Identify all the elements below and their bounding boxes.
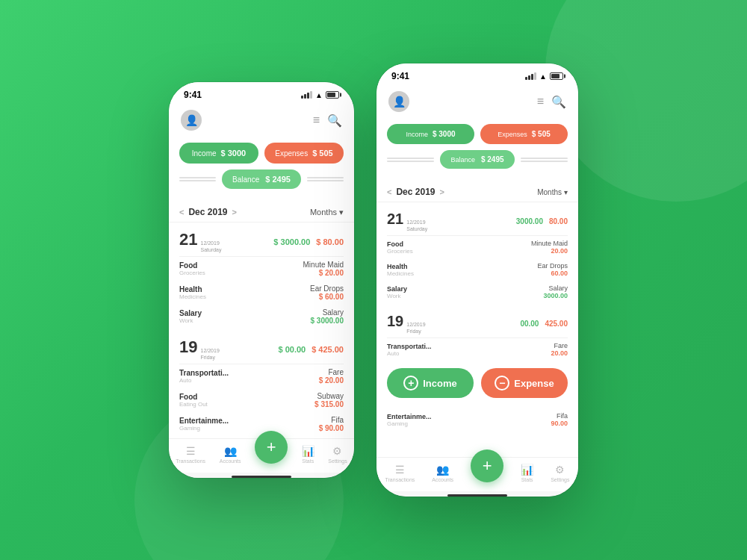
tx-row-food-left[interactable]: Food Groceries Minute Maid $ 20.00 <box>179 257 344 281</box>
tx-sub-health: Medicines <box>179 293 206 300</box>
day-income-21-left: $ 3000.00 <box>273 237 310 246</box>
nav-settings-left[interactable]: ⚙ Settings <box>328 445 347 464</box>
tx-name-entertainment-right: Fifa <box>557 412 568 420</box>
expense-label-right: Expenses <box>498 131 527 138</box>
tx-name-salary: Salary <box>323 308 344 317</box>
add-button-right[interactable]: + <box>471 449 503 482</box>
income-card-right[interactable]: Income $ 3000 <box>387 124 474 144</box>
day-number-block-19-right: 19 12/2019 Friday <box>387 314 426 335</box>
settings-icon-left: ⚙ <box>332 445 342 457</box>
wifi-icon-left: ▲ <box>315 91 323 99</box>
nav-settings-right[interactable]: ⚙ Settings <box>551 464 569 482</box>
avatar-left[interactable]: 👤 <box>181 110 202 131</box>
day-group-21-left: 21 12/2019 Saturday $ 3000.00 $ 80.00 <box>169 223 354 330</box>
tx-name-transport-right: Fare <box>554 342 568 349</box>
tx-row-food-right[interactable]: Food Groceries Minute Maid 20.00 <box>387 236 568 258</box>
nav-stats-left[interactable]: 📊 Stats <box>302 445 314 464</box>
income-card-left[interactable]: Income $ 3000 <box>179 143 258 164</box>
day-meta-21-right: 12/2019 Saturday <box>406 219 427 232</box>
search-icon-left[interactable]: 🔍 <box>327 113 342 128</box>
expense-card-right[interactable]: Expenses $ 505 <box>480 124 568 144</box>
income-amount-right: $ 3000 <box>433 130 456 138</box>
expense-card-left[interactable]: Expenses $ 505 <box>264 143 344 164</box>
tx-sub-food2: Eating Out <box>179 401 208 408</box>
balance-line-4 <box>307 180 344 181</box>
tx-amount-health-right: 60.00 <box>551 270 568 277</box>
left-phone: 9:41 ▲ 👤 ≡ 🔍 <box>169 82 354 478</box>
tx-row-transport-right[interactable]: Transportati... Auto Fare 20.00 <box>387 338 568 361</box>
bottom-nav-left: ☰ Transactions 👥 Accounts + 📊 Stats ⚙ Se… <box>169 438 354 473</box>
summary-area-right: Income $ 3000 Expenses $ 505 Balance <box>376 118 578 179</box>
transactions-icon-right: ☰ <box>395 464 405 476</box>
nav-transactions-label-right: Transactions <box>385 477 415 482</box>
balance-card-right[interactable]: Balance $ 2495 <box>440 150 514 169</box>
stats-icon-right: 📊 <box>521 464 533 476</box>
next-arrow-left[interactable]: > <box>232 208 236 217</box>
day-income-19-right: 00.00 <box>520 320 539 328</box>
months-btn-right[interactable]: Months ▾ <box>537 188 568 196</box>
accounts-icon-right: 👥 <box>436 464 449 476</box>
add-button-left[interactable]: + <box>255 431 288 464</box>
current-date-left: Dec 2019 <box>188 207 227 217</box>
nav-accounts-right[interactable]: 👥 Accounts <box>432 464 453 482</box>
balance-line-3 <box>307 177 344 178</box>
nav-transactions-left[interactable]: ☰ Transactions <box>176 445 205 464</box>
tx-row-food2-left[interactable]: Food Eating Out Subway $ 315.00 <box>179 388 344 412</box>
tx-row-health-left[interactable]: Health Medicines Ear Drops $ 60.00 <box>179 281 344 305</box>
tx-name-salary-right: Salary <box>548 284 568 292</box>
tx-right-health: Ear Drops $ 60.00 <box>310 284 344 301</box>
status-icons-right: ▲ <box>525 72 563 81</box>
tx-right-entertainment: Fifa $ 90.00 <box>319 416 344 432</box>
tx-row-salary-left[interactable]: Salary Work Salary $ 3000.00 <box>179 305 344 329</box>
expense-action-btn[interactable]: − Expense <box>481 368 568 398</box>
top-bar-right: 👤 ≡ 🔍 <box>376 85 578 118</box>
home-indicator-right <box>447 494 507 497</box>
nav-transactions-right[interactable]: ☰ Transactions <box>385 464 415 482</box>
signal-icon-right <box>525 72 536 80</box>
prev-arrow-left[interactable]: < <box>179 208 184 217</box>
balance-row-left: Balance $ 2495 <box>179 169 344 189</box>
avatar-right[interactable]: 👤 <box>388 91 409 112</box>
nav-stats-right[interactable]: 📊 Stats <box>521 464 533 482</box>
transaction-list-right: 21 12/2019 Saturday 3000.00 80.00 <box>376 202 578 457</box>
day-number-19-left: 19 <box>179 339 197 355</box>
tx-name-health-right: Ear Drops <box>537 262 568 270</box>
tx-category-salary: Salary <box>179 309 202 317</box>
day-number-19-right: 19 <box>387 314 403 329</box>
tx-cat-entertainment-right: Entertainme... <box>387 413 432 420</box>
tx-row-health-right[interactable]: Health Medicines Ear Drops 60.00 <box>387 258 568 281</box>
tx-category-transport: Transportati... <box>179 369 229 377</box>
search-icon-right[interactable]: 🔍 <box>551 95 566 109</box>
stats-icon-left: 📊 <box>302 445 314 457</box>
balance-line-2 <box>179 180 216 181</box>
tx-row-salary-right[interactable]: Salary Work Salary 3000.00 <box>387 281 568 303</box>
tx-sub-transport-right: Auto <box>387 350 432 357</box>
next-arrow-right[interactable]: > <box>439 187 444 196</box>
filter-icon-right[interactable]: ≡ <box>537 95 544 108</box>
months-label-left: Months <box>310 208 337 217</box>
day-group-19-right: 19 12/2019 Friday 00.00 425.00 <box>376 305 578 362</box>
current-date-right: Dec 2019 <box>396 187 435 197</box>
right-phone-inner: 9:41 ▲ 👤 ≡ 🔍 <box>376 63 578 497</box>
tx-row-transport-left[interactable]: Transportati... Auto Fare $ 20.00 <box>179 364 344 388</box>
tx-sub-salary: Work <box>179 317 202 324</box>
status-time-left: 9:41 <box>184 90 202 100</box>
filter-icon-left[interactable]: ≡ <box>313 113 320 127</box>
tx-left-food: Food Groceries <box>179 261 205 276</box>
tx-row-entertainment-right[interactable]: Entertainme... Gaming Fifa 90.00 <box>387 408 568 431</box>
income-action-btn[interactable]: + Income <box>387 368 474 398</box>
balance-lines-right <box>307 177 344 181</box>
day-number-block-19-left: 19 12/2019 Friday <box>179 339 220 361</box>
day-expense-21-left: $ 80.00 <box>316 237 344 246</box>
tx-category-food2: Food <box>179 393 208 401</box>
balance-card-left[interactable]: Balance $ 2495 <box>222 169 301 189</box>
months-btn-left[interactable]: Months ▾ <box>310 208 344 217</box>
tx-amount-salary-right: 3000.00 <box>543 292 568 299</box>
tx-left-food2: Food Eating Out <box>179 393 208 408</box>
prev-arrow-right[interactable]: < <box>387 187 391 196</box>
phones-container: 9:41 ▲ 👤 ≡ 🔍 <box>169 63 578 497</box>
income-action-label: Income <box>423 378 457 389</box>
nav-accounts-left[interactable]: 👥 Accounts <box>220 445 241 464</box>
balance-lines-right-r <box>521 158 568 162</box>
nav-stats-label-right: Stats <box>521 477 533 482</box>
